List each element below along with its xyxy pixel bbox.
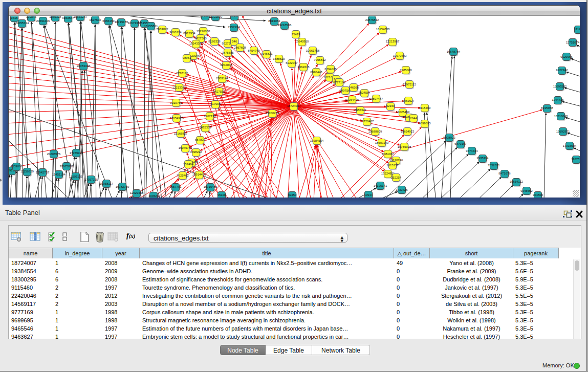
svg-text:9657791: 9657791 (169, 185, 182, 188)
svg-text:10961758: 10961758 (306, 49, 320, 52)
svg-text:10944: 10944 (364, 193, 373, 196)
svg-text:12213967: 12213967 (386, 40, 400, 43)
svg-text:2718176: 2718176 (176, 72, 188, 75)
svg-text:6879197: 6879197 (454, 142, 467, 145)
svg-text:1435359: 1435359 (199, 126, 211, 129)
svg-text:10756928: 10756928 (398, 145, 411, 148)
svg-text:417006: 417006 (210, 102, 221, 105)
svg-text:92450: 92450 (288, 193, 297, 196)
svg-text:9153547: 9153547 (62, 16, 74, 19)
svg-text:12505135: 12505135 (69, 175, 83, 178)
svg-text:6322037: 6322037 (286, 61, 298, 64)
svg-text:9115460: 9115460 (419, 106, 431, 110)
svg-text:2803144: 2803144 (216, 77, 228, 80)
svg-text:16648784: 16648784 (447, 50, 461, 53)
svg-text:6794028: 6794028 (324, 68, 337, 71)
svg-text:1588520: 1588520 (273, 57, 285, 60)
svg-text:93975887: 93975887 (60, 165, 74, 168)
svg-text:19384554: 19384554 (310, 139, 324, 142)
svg-text:9899695: 9899695 (419, 122, 431, 125)
svg-text:8912954: 8912954 (183, 32, 195, 35)
svg-text:4359061: 4359061 (10, 165, 23, 168)
svg-text:12093582: 12093582 (553, 85, 567, 88)
svg-text:1615152: 1615152 (386, 164, 399, 167)
svg-text:9129966: 9129966 (560, 55, 573, 58)
svg-text:10958117: 10958117 (100, 182, 114, 185)
svg-text:9227342: 9227342 (556, 69, 568, 72)
svg-text:15720407: 15720407 (360, 120, 374, 123)
svg-text:3875685: 3875685 (222, 51, 234, 54)
svg-text:2867608: 2867608 (234, 46, 246, 49)
svg-text:11451194: 11451194 (52, 173, 66, 176)
svg-text:8813054: 8813054 (268, 19, 280, 23)
svg-text:16782759: 16782759 (116, 185, 129, 188)
svg-text:887833: 887833 (195, 138, 206, 141)
svg-text:252254: 252254 (391, 176, 402, 179)
svg-text:7986322: 7986322 (354, 108, 366, 112)
svg-text:8471676: 8471676 (498, 172, 511, 175)
svg-text:6966160: 6966160 (102, 19, 115, 23)
svg-text:10654112: 10654112 (510, 180, 524, 183)
svg-text:7955812: 7955812 (314, 58, 326, 61)
svg-text:3498222: 3498222 (190, 150, 202, 154)
svg-text:62160: 62160 (386, 104, 395, 107)
svg-text:904500: 904500 (533, 193, 543, 196)
svg-text:10025453: 10025453 (396, 111, 410, 114)
svg-text:16543382: 16543382 (189, 42, 203, 45)
svg-text:10807487: 10807487 (369, 97, 383, 100)
svg-text:7625402: 7625402 (177, 174, 189, 177)
svg-text:9146821: 9146821 (260, 52, 273, 55)
svg-text:1910751: 1910751 (170, 101, 182, 104)
svg-text:11156829: 11156829 (20, 170, 34, 173)
svg-text:17654925: 17654925 (170, 117, 184, 120)
svg-text:2935114: 2935114 (477, 157, 489, 160)
svg-text:15419: 15419 (292, 33, 300, 36)
svg-text:11121: 11121 (574, 28, 580, 31)
svg-text:15166827: 15166827 (174, 132, 188, 135)
svg-text:5938923: 5938923 (443, 136, 455, 139)
svg-text:1733426: 1733426 (396, 188, 408, 191)
svg-text:1244415: 1244415 (552, 98, 564, 101)
svg-text:546: 546 (232, 40, 237, 43)
svg-text:7357224: 7357224 (228, 26, 240, 29)
svg-text:10973493: 10973493 (393, 54, 407, 57)
svg-text:3624554: 3624554 (358, 91, 371, 94)
svg-text:23300203: 23300203 (266, 112, 279, 115)
svg-text:12923468: 12923468 (130, 191, 144, 194)
svg-text:12975115: 12975115 (403, 83, 417, 86)
svg-text:9242848: 9242848 (220, 63, 232, 67)
svg-text:6990448: 6990448 (310, 71, 322, 74)
svg-text:193845: 193845 (26, 16, 37, 18)
svg-text:13226058: 13226058 (197, 30, 210, 33)
svg-text:9660124: 9660124 (169, 31, 182, 34)
svg-text:16046786: 16046786 (179, 146, 192, 149)
svg-text:10653287: 10653287 (74, 16, 88, 18)
svg-text:104520: 104520 (148, 194, 159, 198)
svg-text:1065328: 1065328 (49, 16, 61, 18)
svg-text:9327500: 9327500 (194, 37, 207, 40)
svg-text:18724007: 18724007 (287, 104, 301, 107)
svg-text:17359924: 17359924 (70, 151, 83, 155)
svg-text:21364436: 21364436 (345, 98, 359, 101)
svg-text:19654923: 19654923 (401, 130, 415, 133)
svg-text:13640910: 13640910 (295, 40, 309, 43)
svg-text:7485003: 7485003 (400, 69, 412, 72)
svg-text:10688609: 10688609 (368, 130, 382, 133)
svg-text:15751074: 15751074 (566, 41, 580, 44)
svg-text:1527602: 1527602 (89, 18, 101, 21)
svg-text:8454749: 8454749 (248, 49, 260, 52)
svg-text:746266: 746266 (349, 86, 359, 89)
svg-text:20691406: 20691406 (36, 19, 50, 23)
svg-text:8215958: 8215958 (541, 106, 553, 110)
svg-text:8186328: 8186328 (208, 40, 221, 43)
svg-text:7632621: 7632621 (488, 164, 500, 167)
svg-text:24055724: 24055724 (15, 21, 29, 25)
svg-text:16210643: 16210643 (554, 115, 568, 118)
svg-text:7663822: 7663822 (156, 28, 168, 31)
svg-text:98961: 98961 (183, 56, 191, 59)
svg-text:9084067: 9084067 (382, 152, 394, 156)
svg-text:20206576: 20206576 (47, 152, 61, 156)
svg-text:15692971: 15692971 (556, 130, 570, 133)
svg-text:1362615: 1362615 (297, 65, 310, 69)
svg-text:9463627: 9463627 (402, 99, 415, 102)
